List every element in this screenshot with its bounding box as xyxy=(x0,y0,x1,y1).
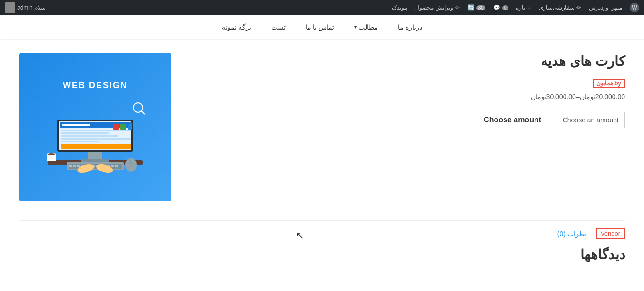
comments-meta: Vendor نظرات (0) xyxy=(19,220,625,239)
svg-rect-13 xyxy=(113,124,119,130)
svg-rect-30 xyxy=(115,165,118,167)
product-layout: کارت های هدیه by همایون 20,000.00تومان–3… xyxy=(19,53,625,201)
amount-select-wrapper[interactable]: Choose an amount xyxy=(549,112,625,128)
svg-rect-12 xyxy=(61,144,131,149)
dropdown-icon: ▾ xyxy=(354,24,357,30)
price-range: 20,000.00تومان–30,000.00تومان xyxy=(190,93,625,100)
new-link[interactable]: + تازه xyxy=(516,4,531,11)
comments-link[interactable]: 0 💬 xyxy=(493,4,509,11)
updates-count-badge: 80 xyxy=(476,5,485,10)
updates-icon: 🔄 xyxy=(467,4,475,11)
main-nav: درباره ما مطالب ▾ تماس با ما تست برگه نم… xyxy=(219,23,426,31)
comments-link[interactable]: نظرات (0) xyxy=(557,230,586,238)
customization-icon: ✏ xyxy=(576,4,581,11)
permalink-link[interactable]: پیوندک xyxy=(392,4,407,11)
svg-rect-29 xyxy=(111,165,114,167)
svg-rect-11 xyxy=(61,141,99,142)
workspace-illustration xyxy=(43,98,148,174)
svg-rect-14 xyxy=(120,124,126,130)
by-author-wrapper: by همایون xyxy=(190,79,625,91)
product-info: کارت های هدیه by همایون 20,000.00تومان–3… xyxy=(190,53,625,128)
nav-item-contact[interactable]: تماس با ما xyxy=(303,23,337,31)
svg-rect-9 xyxy=(61,135,118,137)
choose-amount-button[interactable]: Choose amount xyxy=(484,116,541,124)
by-author-badge: by همایون xyxy=(593,79,625,88)
nav-item-posts[interactable]: مطالب ▾ xyxy=(351,23,381,31)
svg-rect-19 xyxy=(73,165,76,167)
svg-rect-10 xyxy=(61,138,131,140)
vendor-badge[interactable]: Vendor xyxy=(596,228,625,239)
product-title: کارت های هدیه xyxy=(190,53,625,69)
nav-bar: درباره ما مطالب ▾ تماس با ما تست برگه نم… xyxy=(0,15,644,39)
svg-line-39 xyxy=(141,111,145,114)
product-image: WEB DESIGN xyxy=(19,53,171,201)
svg-rect-6 xyxy=(62,124,90,126)
svg-rect-7 xyxy=(61,130,131,131)
web-design-card: WEB DESIGN xyxy=(19,53,171,201)
svg-point-35 xyxy=(48,153,55,155)
web-design-title: WEB DESIGN xyxy=(63,80,128,90)
new-icon: + xyxy=(527,4,531,11)
svg-rect-8 xyxy=(61,132,109,134)
amount-row: Choose an amount Choose amount xyxy=(190,112,625,128)
site-name-link[interactable]: میهن وردپرس xyxy=(589,4,622,11)
wp-logo-icon[interactable]: W xyxy=(630,3,639,12)
admin-bar: W میهن وردپرس ✏ سفارشی‌سازی + تازه 0 💬 8… xyxy=(0,0,644,15)
comments-count-badge: 0 xyxy=(502,5,509,10)
comments-section-title: دیدگاهها xyxy=(19,247,625,262)
nav-item-sample-page[interactable]: برگه نمونه xyxy=(219,23,254,31)
svg-rect-18 xyxy=(69,165,72,167)
comments-icon: 💬 xyxy=(493,4,500,11)
admin-avatar xyxy=(5,2,15,13)
svg-rect-15 xyxy=(128,124,132,130)
svg-rect-20 xyxy=(77,165,80,167)
edit-product-icon: ✏ xyxy=(455,4,460,11)
nav-item-about[interactable]: درباره ما xyxy=(395,23,425,31)
customization-link[interactable]: ✏ سفارشی‌سازی xyxy=(539,4,581,11)
admin-user-link[interactable]: سلام admin xyxy=(5,2,46,13)
main-content: کارت های هدیه by همایون 20,000.00تومان–3… xyxy=(0,39,644,277)
updates-link[interactable]: 80 🔄 xyxy=(467,4,485,11)
svg-rect-2 xyxy=(81,159,109,162)
edit-product-link[interactable]: ✏ ویرایش محصول xyxy=(415,4,459,11)
nav-item-test[interactable]: تست xyxy=(268,23,288,31)
amount-select[interactable]: Choose an amount xyxy=(549,112,625,128)
